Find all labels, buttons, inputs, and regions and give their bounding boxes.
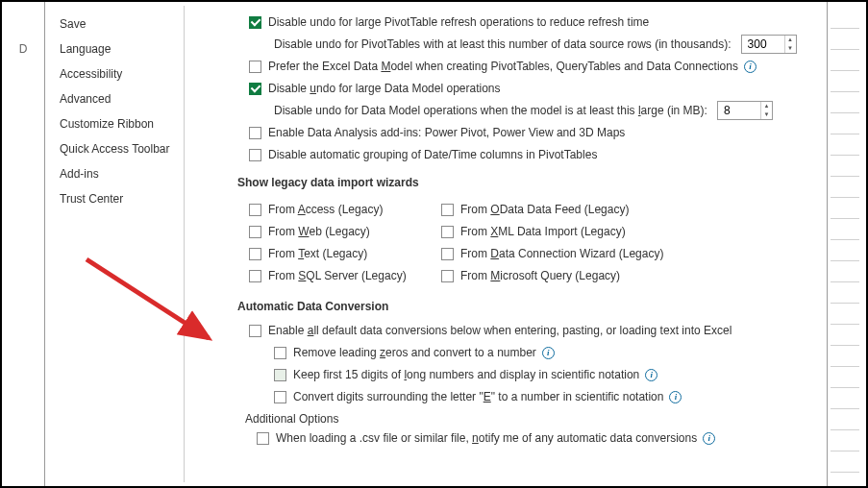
spinner-up-icon[interactable]: ▲ bbox=[785, 36, 796, 44]
legacy-wizards-grid: From Access (Legacy) From Web (Legacy) F… bbox=[249, 197, 811, 288]
info-icon[interactable]: i bbox=[744, 61, 756, 73]
label-datamodel-size: Disable undo for Data Model operations w… bbox=[274, 104, 707, 117]
spinner-down-icon[interactable]: ▼ bbox=[761, 110, 772, 119]
checkbox-from-sql[interactable] bbox=[249, 270, 261, 282]
sidebar-item-customize-ribbon[interactable]: Customize Ribbon bbox=[50, 111, 184, 136]
options-dialog: Save Language Accessibility Advanced Cus… bbox=[44, 2, 828, 486]
checkbox-disable-grouping[interactable] bbox=[249, 149, 261, 161]
section-auto-conversion: Automatic Data Conversion bbox=[237, 300, 811, 313]
label-disable-grouping: Disable automatic grouping of Date/Time … bbox=[268, 148, 597, 161]
label-from-access: From Access (Legacy) bbox=[268, 203, 383, 216]
checkbox-from-odata[interactable] bbox=[441, 204, 454, 216]
checkbox-convert-e[interactable] bbox=[274, 391, 286, 403]
label-from-dcw: From Data Connection Wizard (Legacy) bbox=[460, 247, 663, 260]
checkbox-enable-analysis-addins[interactable] bbox=[249, 127, 261, 139]
checkbox-disable-undo-pivottable[interactable] bbox=[249, 16, 261, 29]
label-from-web: From Web (Legacy) bbox=[268, 225, 370, 238]
content-pane: Disable undo for large PivotTable refres… bbox=[189, 6, 819, 482]
checkbox-remove-zeros[interactable] bbox=[274, 347, 286, 359]
label-from-odata: From OData Data Feed (Legacy) bbox=[460, 203, 629, 216]
sidebar-item-save[interactable]: Save bbox=[50, 12, 184, 37]
label-convert-e: Convert digits surrounding the letter "E… bbox=[293, 390, 663, 403]
checkbox-from-xml[interactable] bbox=[441, 226, 454, 238]
window-frame: D Save Language Accessibility Advanced C… bbox=[0, 0, 868, 488]
label-disable-undo-pivottable: Disable undo for large PivotTable refres… bbox=[268, 15, 649, 29]
input-pivottable-rows[interactable] bbox=[742, 36, 784, 53]
checkbox-disable-undo-datamodel[interactable] bbox=[249, 83, 261, 95]
checkbox-keep-15-digits[interactable] bbox=[274, 369, 286, 381]
grid-edge bbox=[831, 8, 859, 480]
spinner-up-icon[interactable]: ▲ bbox=[761, 102, 772, 110]
label-from-xml: From XML Data Import (Legacy) bbox=[460, 225, 626, 238]
spinner-down-icon[interactable]: ▼ bbox=[785, 44, 796, 53]
label-remove-zeros: Remove leading zeros and convert to a nu… bbox=[293, 346, 536, 359]
sidebar-item-language[interactable]: Language bbox=[50, 37, 184, 61]
sidebar-item-trust-center[interactable]: Trust Center bbox=[50, 186, 184, 211]
section-legacy-wizards: Show legacy data import wizards bbox=[237, 176, 811, 189]
label-disable-undo-rows: Disable undo for PivotTables with at lea… bbox=[274, 37, 732, 51]
checkbox-from-mquery[interactable] bbox=[441, 270, 454, 282]
checkbox-from-access[interactable] bbox=[249, 204, 261, 216]
sidebar-item-advanced[interactable]: Advanced bbox=[50, 86, 184, 111]
spinner-pivottable-rows[interactable]: ▲▼ bbox=[741, 35, 797, 54]
label-enable-all-conversions: Enable all default data conversions belo… bbox=[268, 324, 732, 337]
sidebar: Save Language Accessibility Advanced Cus… bbox=[50, 6, 185, 482]
label-from-sql: From SQL Server (Legacy) bbox=[268, 269, 407, 282]
label-keep-15-digits: Keep first 15 digits of long numbers and… bbox=[293, 368, 639, 381]
checkbox-from-text[interactable] bbox=[249, 248, 261, 260]
grid-column-header: D bbox=[9, 42, 37, 56]
spinner-datamodel-size[interactable]: ▲▼ bbox=[717, 101, 773, 120]
checkbox-enable-all-conversions[interactable] bbox=[249, 325, 261, 337]
sidebar-item-addins[interactable]: Add-ins bbox=[50, 161, 184, 186]
label-notify-conversions: When loading a .csv file or similar file… bbox=[276, 431, 697, 445]
label-from-mquery: From Microsoft Query (Legacy) bbox=[460, 269, 620, 282]
sidebar-item-accessibility[interactable]: Accessibility bbox=[50, 61, 184, 86]
sidebar-item-quick-access[interactable]: Quick Access Toolbar bbox=[50, 136, 184, 161]
info-icon[interactable]: i bbox=[645, 369, 657, 381]
info-icon[interactable]: i bbox=[703, 432, 715, 445]
label-disable-undo-datamodel: Disable undo for large Data Model operat… bbox=[268, 82, 501, 95]
checkbox-notify-conversions[interactable] bbox=[257, 432, 269, 445]
checkbox-from-dcw[interactable] bbox=[441, 248, 454, 260]
checkbox-from-web[interactable] bbox=[249, 226, 261, 238]
label-enable-analysis-addins: Enable Data Analysis add-ins: Power Pivo… bbox=[268, 126, 625, 139]
label-from-text: From Text (Legacy) bbox=[268, 247, 367, 260]
checkbox-prefer-data-model[interactable] bbox=[249, 61, 261, 73]
input-datamodel-size[interactable] bbox=[718, 102, 760, 119]
info-icon[interactable]: i bbox=[669, 391, 682, 403]
info-icon[interactable]: i bbox=[542, 347, 555, 359]
label-prefer-data-model: Prefer the Excel Data Model when creatin… bbox=[268, 60, 738, 73]
label-additional-options: Additional Options bbox=[245, 412, 811, 426]
